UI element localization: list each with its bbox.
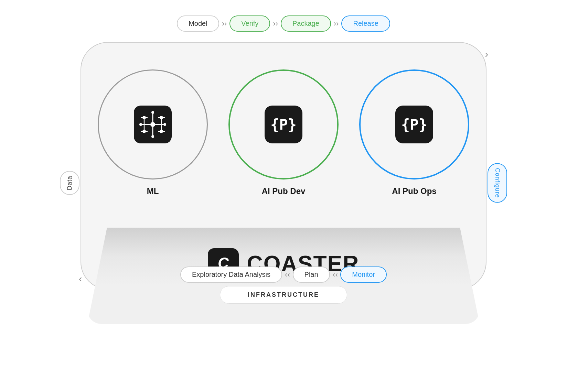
bottom-pipeline: Exploratory Data Analysis ›› Plan ›› Mon…: [60, 266, 507, 283]
svg-point-13: [160, 130, 163, 133]
step-package[interactable]: Package: [281, 15, 331, 32]
svg-point-9: [150, 122, 155, 127]
svg-point-14: [151, 111, 154, 114]
top-pipeline: Model ›› Verify ›› Package ›› Release: [177, 15, 390, 32]
svg-point-11: [160, 116, 163, 119]
svg-point-10: [142, 116, 146, 119]
step-monitor[interactable]: Monitor: [340, 266, 387, 283]
corner-arrow-top-right: ›: [485, 49, 488, 60]
configure-pill: Configure: [488, 163, 507, 203]
circle-label-ai-pub-ops: AI Pub Ops: [392, 186, 436, 196]
svg-point-12: [142, 130, 146, 133]
step-verify[interactable]: Verify: [229, 15, 270, 32]
ml-icon: [134, 106, 172, 143]
pub-ops-logo: {P}: [402, 112, 426, 137]
main-area: › ‹ Data Configure: [60, 42, 507, 324]
bottom-arrow-2: ››: [333, 270, 338, 279]
circle-ai-pub-dev: {P} AI Pub Dev: [228, 69, 339, 196]
pub-dev-logo: {P}: [271, 112, 296, 137]
arrow-1: ››: [222, 19, 227, 28]
circle-ring-ai-pub-ops: {P}: [359, 69, 469, 179]
arrow-3: ››: [334, 19, 339, 28]
circle-ai-pub-ops: {P} AI Pub Ops: [359, 69, 469, 196]
step-plan[interactable]: Plan: [293, 266, 330, 283]
main-diagram: Model ›› Verify ›› Package ›› Release › …: [43, 15, 524, 377]
svg-point-16: [139, 123, 142, 126]
svg-text:{P}: {P}: [402, 116, 426, 133]
circle-ml: ML: [98, 69, 208, 196]
infrastructure-bar: INFRASTRUCTURE: [220, 286, 347, 304]
step-model[interactable]: Model: [177, 15, 219, 32]
circle-label-ai-pub-dev: AI Pub Dev: [262, 186, 306, 196]
side-label-configure: Configure: [488, 163, 507, 203]
circles-row: ML {P} AI Pub Dev {P}: [60, 69, 507, 196]
circle-ring-ml: [98, 69, 208, 179]
arrow-2: ››: [273, 19, 278, 28]
step-eda[interactable]: Exploratory Data Analysis: [180, 266, 282, 283]
ai-pub-ops-icon: {P}: [395, 106, 433, 143]
circle-ring-ai-pub-dev: {P}: [228, 69, 339, 179]
bottom-arrow-1: ››: [285, 270, 290, 279]
svg-text:{P}: {P}: [271, 116, 296, 133]
circle-label-ml: ML: [147, 186, 159, 196]
svg-point-17: [163, 123, 166, 126]
side-label-data: Data: [60, 171, 79, 195]
step-release[interactable]: Release: [341, 15, 390, 32]
svg-point-15: [151, 135, 154, 138]
data-pill: Data: [60, 171, 79, 195]
ai-pub-dev-icon: {P}: [265, 106, 302, 143]
